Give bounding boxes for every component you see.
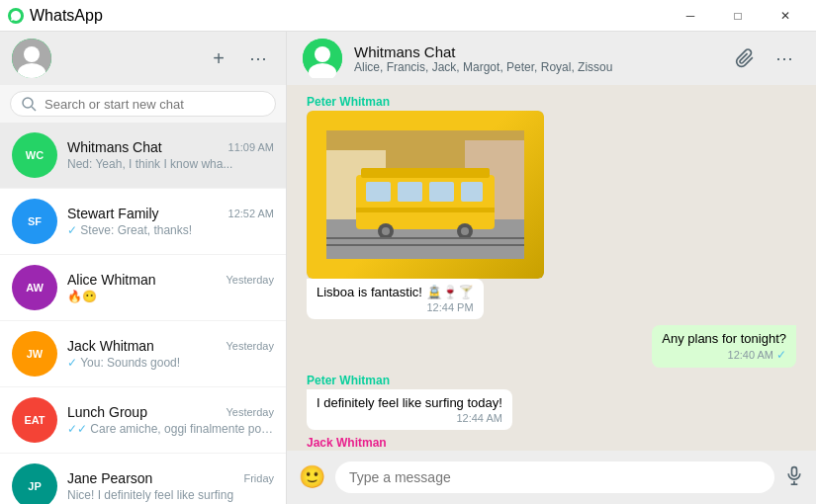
tick-icon: ✓ bbox=[67, 223, 80, 237]
chat-preview: 🔥😶 bbox=[67, 290, 274, 303]
chat-name-row: Lunch Group Yesterday bbox=[67, 404, 274, 420]
chat-header-info[interactable]: Whitmans Chat Alice, Francis, Jack, Marg… bbox=[354, 43, 717, 74]
chat-avatar: JW bbox=[12, 331, 57, 377]
chat-header: Whitmans Chat Alice, Francis, Jack, Marg… bbox=[287, 32, 816, 85]
titlebar-left: WhatsApp bbox=[8, 7, 103, 25]
chat-info: Jane Pearson Friday Nice! I definitely f… bbox=[67, 470, 274, 502]
chat-avatar: AW bbox=[12, 265, 57, 310]
chat-header-avatar[interactable] bbox=[303, 39, 342, 78]
chat-preview: ✓✓ Care amiche, oggi finalmente posso bbox=[67, 422, 274, 436]
mic-icon bbox=[784, 465, 804, 485]
chat-avatar: SF bbox=[12, 199, 57, 244]
message-tick: ✓ bbox=[776, 348, 786, 362]
message-group: Peter Whitman bbox=[307, 95, 796, 319]
chat-list-item[interactable]: JP Jane Pearson Friday Nice! I definitel… bbox=[0, 454, 286, 504]
app-title: WhatsApp bbox=[30, 7, 103, 25]
tram-image bbox=[326, 130, 524, 259]
image-placeholder bbox=[307, 111, 544, 279]
search-icon bbox=[21, 96, 37, 112]
svg-rect-15 bbox=[429, 182, 454, 202]
message-bubble: Lisboa is fantastic! 🚊🍷🍸 12:44 PM bbox=[307, 279, 484, 319]
close-button[interactable]: ✕ bbox=[763, 0, 808, 32]
chat-list: WC Whitmans Chat 11:09 AM Ned: Yeah, I t… bbox=[0, 123, 286, 504]
sidebar-menu-button[interactable]: ⋯ bbox=[242, 42, 274, 74]
mic-button[interactable] bbox=[784, 465, 804, 490]
message-text: Any plans for tonight? bbox=[662, 331, 786, 346]
svg-rect-14 bbox=[398, 182, 422, 202]
svg-rect-13 bbox=[366, 182, 391, 202]
chat-name: Jack Whitman bbox=[67, 338, 154, 354]
chat-info: Whitmans Chat 11:09 AM Ned: Yeah, I thin… bbox=[67, 139, 274, 171]
chat-preview: ✓ Steve: Great, thanks! bbox=[67, 223, 274, 237]
chat-name: Stewart Family bbox=[67, 206, 159, 221]
chat-main: Whitmans Chat Alice, Francis, Jack, Marg… bbox=[287, 32, 816, 504]
svg-line-4 bbox=[32, 107, 36, 111]
chat-menu-button[interactable]: ⋯ bbox=[769, 42, 800, 74]
message-group: Jack Whitman Tonight is the movie night!… bbox=[307, 436, 796, 451]
svg-point-19 bbox=[382, 227, 390, 235]
chat-info: Jack Whitman Yesterday ✓ You: Sounds goo… bbox=[67, 338, 274, 370]
message-group: Any plans for tonight? 12:40 AM ✓ bbox=[307, 325, 796, 368]
message-text: I definitely feel like surfing today! bbox=[317, 395, 502, 410]
message-group: Peter Whitman I definitely feel like sur… bbox=[307, 374, 796, 430]
message-input[interactable] bbox=[335, 462, 774, 493]
emoji-button[interactable]: 🙂 bbox=[299, 464, 325, 490]
message-time: 12:44 PM bbox=[317, 301, 474, 313]
chat-list-item[interactable]: EAT Lunch Group Yesterday ✓✓ Care amiche… bbox=[0, 387, 286, 454]
app-icon bbox=[8, 8, 24, 24]
svg-rect-16 bbox=[461, 182, 483, 202]
svg-rect-24 bbox=[326, 244, 524, 246]
chat-name: Alice Whitman bbox=[67, 272, 155, 288]
user-avatar-placeholder bbox=[12, 39, 51, 78]
chat-preview: Ned: Yeah, I think I know wha... bbox=[67, 157, 274, 171]
sidebar: + ⋯ WC Whitmans Chat 11:09 AM bbox=[0, 32, 287, 504]
sidebar-actions: + ⋯ bbox=[203, 42, 274, 74]
attach-icon bbox=[735, 48, 755, 68]
chat-name: Lunch Group bbox=[67, 404, 147, 420]
message-sender: Peter Whitman bbox=[307, 95, 390, 109]
message-bubble: I definitely feel like surfing today! 12… bbox=[307, 389, 512, 430]
titlebar: WhatsApp ─ □ ✕ bbox=[0, 0, 816, 32]
new-chat-button[interactable]: + bbox=[203, 42, 234, 74]
chat-name-row: Jane Pearson Friday bbox=[67, 470, 274, 486]
chat-preview: ✓ You: Sounds good! bbox=[67, 356, 274, 370]
chat-list-item[interactable]: SF Stewart Family 12:52 AM ✓ Steve: Grea… bbox=[0, 189, 286, 255]
chat-list-item[interactable]: JW Jack Whitman Yesterday ✓ You: Sounds … bbox=[0, 321, 286, 387]
chat-preview: Nice! I definitely feel like surfing bbox=[67, 488, 274, 502]
svg-rect-22 bbox=[356, 208, 495, 212]
svg-point-3 bbox=[23, 98, 33, 108]
search-input-wrap bbox=[10, 91, 276, 117]
search-input[interactable] bbox=[45, 97, 265, 112]
chat-header-actions: ⋯ bbox=[729, 42, 800, 74]
chat-info: Alice Whitman Yesterday 🔥😶 bbox=[67, 272, 274, 303]
chat-name-row: Alice Whitman Yesterday bbox=[67, 272, 274, 288]
chat-list-item[interactable]: WC Whitmans Chat 11:09 AM Ned: Yeah, I t… bbox=[0, 123, 286, 189]
svg-rect-23 bbox=[326, 237, 524, 239]
chat-name: Jane Pearson bbox=[67, 470, 152, 486]
message-sender: Peter Whitman bbox=[307, 374, 390, 387]
chat-info: Stewart Family 12:52 AM ✓ Steve: Great, … bbox=[67, 206, 274, 237]
minimize-button[interactable]: ─ bbox=[668, 0, 713, 32]
chat-list-item[interactable]: AW Alice Whitman Yesterday 🔥😶 bbox=[0, 255, 286, 321]
chat-time: Yesterday bbox=[226, 406, 274, 418]
double-tick-icon: ✓✓ bbox=[67, 422, 90, 436]
svg-rect-17 bbox=[361, 168, 490, 178]
chat-time: 12:52 AM bbox=[228, 208, 274, 219]
tick-icon: ✓ bbox=[67, 356, 80, 370]
maximize-button[interactable]: □ bbox=[715, 0, 761, 32]
chat-avatar: JP bbox=[12, 463, 57, 504]
message-text: Lisboa is fantastic! 🚊🍷🍸 bbox=[317, 285, 474, 299]
chat-avatar: EAT bbox=[12, 397, 57, 443]
user-avatar[interactable] bbox=[12, 39, 51, 78]
svg-point-21 bbox=[461, 227, 469, 235]
svg-point-1 bbox=[24, 46, 40, 62]
chat-info: Lunch Group Yesterday ✓✓ Care amiche, og… bbox=[67, 404, 274, 436]
chat-header-name: Whitmans Chat bbox=[354, 43, 717, 60]
chat-time: 11:09 AM bbox=[228, 141, 274, 153]
chat-time: Yesterday bbox=[226, 274, 274, 286]
svg-point-6 bbox=[315, 46, 330, 62]
attach-button[interactable] bbox=[729, 42, 761, 74]
app-body: + ⋯ WC Whitmans Chat 11:09 AM bbox=[0, 32, 816, 504]
message-time: 12:44 AM bbox=[317, 412, 502, 424]
message-bubble: Any plans for tonight? 12:40 AM ✓ bbox=[652, 325, 796, 368]
